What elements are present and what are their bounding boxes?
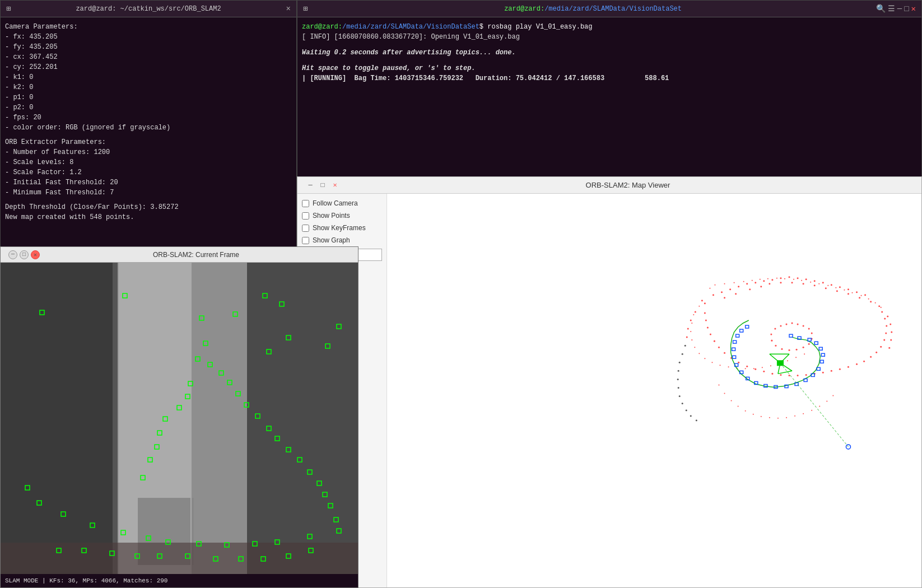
follow-camera-row: Follow Camera <box>302 199 382 207</box>
svg-point-135 <box>718 347 720 348</box>
svg-point-132 <box>738 362 739 363</box>
svg-point-138 <box>707 327 709 329</box>
terminal-line: - color order: RGB (ignored if grayscale… <box>5 123 292 133</box>
svg-point-84 <box>839 286 841 288</box>
svg-point-79 <box>797 277 799 279</box>
show-keyframes-checkbox[interactable] <box>302 225 309 232</box>
current-frame-close[interactable]: ✕ <box>31 250 40 259</box>
svg-point-96 <box>749 288 751 290</box>
svg-point-81 <box>814 280 816 282</box>
terminal-line: - Scale Factor: 1.2 <box>5 167 292 178</box>
show-points-label[interactable]: Show Points <box>313 212 350 220</box>
svg-point-131 <box>746 366 748 367</box>
svg-point-187 <box>832 395 833 396</box>
svg-point-171 <box>696 419 697 421</box>
svg-point-185 <box>819 406 820 407</box>
terminal-line: - Number of Features: 1200 <box>5 147 292 157</box>
terminal-line: - fy: 435.205 <box>5 42 292 52</box>
svg-point-73 <box>746 283 748 284</box>
svg-point-197 <box>808 343 810 345</box>
terminal-line: ORB Extractor Parameters: <box>5 137 292 147</box>
svg-point-102 <box>814 284 816 286</box>
svg-point-139 <box>705 319 707 321</box>
svg-point-83 <box>831 284 832 286</box>
terminal-left-icon: ⊞ <box>6 4 11 13</box>
terminal-line: - p2: 0 <box>5 102 292 113</box>
svg-point-87 <box>864 294 866 296</box>
current-frame-maximize[interactable]: □ <box>20 250 29 259</box>
svg-point-172 <box>718 384 719 385</box>
terminal-line: - Scale Levels: 8 <box>5 157 292 167</box>
terminal-line: - k2: 0 <box>5 82 292 92</box>
follow-camera-checkbox[interactable] <box>302 200 309 207</box>
terminal-line: Hit space to toggle paused, or 's' to st… <box>302 63 917 73</box>
svg-point-176 <box>745 410 746 412</box>
svg-point-166 <box>678 387 679 389</box>
svg-point-202 <box>775 345 776 347</box>
terminal-right-menu[interactable]: ☰ <box>888 4 895 13</box>
svg-point-192 <box>797 323 799 325</box>
svg-point-127 <box>780 374 781 376</box>
show-keyframes-row: Show KeyFrames <box>302 224 382 232</box>
svg-rect-4 <box>247 263 358 574</box>
svg-rect-68 <box>387 194 921 587</box>
show-points-checkbox[interactable] <box>302 212 309 220</box>
terminal-line: Depth Threshold (Close/Far Points): 3.85… <box>5 202 292 212</box>
svg-point-228 <box>890 323 891 325</box>
svg-point-189 <box>780 325 781 327</box>
show-graph-checkbox[interactable] <box>302 237 309 244</box>
terminal-right-prompt-path: /media/zard/SLAMData/VisionDataSet <box>544 5 682 13</box>
terminal-line: - fps: 20 <box>5 113 292 123</box>
svg-point-150 <box>719 365 720 366</box>
svg-point-141 <box>699 306 700 307</box>
map-viewer-close[interactable]: ✕ <box>330 180 340 190</box>
svg-point-173 <box>724 393 725 394</box>
camera-frame-content: SLAM MODE | KFs: 36, MPs: 4066, Matches:… <box>1 263 358 587</box>
svg-point-105 <box>848 293 849 295</box>
svg-point-77 <box>780 277 781 279</box>
svg-point-154 <box>753 368 755 369</box>
svg-point-225 <box>875 302 876 304</box>
terminal-line: - p1: 0 <box>5 92 292 102</box>
terminal-right-close[interactable]: ✕ <box>911 4 916 13</box>
svg-point-201 <box>781 348 783 350</box>
terminal-line: Camera Parameters: <box>5 22 292 32</box>
svg-point-168 <box>682 403 683 404</box>
svg-point-231 <box>888 347 890 349</box>
show-graph-label[interactable]: Show Graph <box>313 236 350 244</box>
show-keyframes-label[interactable]: Show KeyFrames <box>313 224 366 232</box>
svg-point-161 <box>684 345 686 347</box>
show-graph-row: Show Graph <box>302 236 382 244</box>
svg-point-177 <box>753 414 754 415</box>
svg-point-149 <box>711 362 713 363</box>
svg-point-130 <box>755 368 756 370</box>
svg-point-99 <box>780 282 781 283</box>
svg-point-180 <box>777 418 779 419</box>
terminal-right-maximize[interactable]: □ <box>904 4 909 13</box>
terminal-line: - cx: 367.452 <box>5 52 292 62</box>
svg-point-107 <box>870 301 872 302</box>
svg-point-116 <box>870 356 872 358</box>
svg-point-230 <box>890 339 892 341</box>
svg-point-160 <box>804 353 805 354</box>
follow-camera-label[interactable]: Follow Camera <box>313 199 358 207</box>
svg-point-212 <box>767 278 769 279</box>
map-viewer-minimize[interactable]: ─ <box>305 180 315 190</box>
svg-point-94 <box>724 297 725 298</box>
terminal-left-close[interactable]: × <box>286 4 291 13</box>
terminal-right-content: zard@zard:/media/zard/SLAMData/VisionDat… <box>297 17 921 179</box>
terminal-right-search[interactable]: 🔍 <box>876 4 886 13</box>
map-viewer-maximize[interactable]: □ <box>318 180 328 190</box>
svg-point-183 <box>803 413 804 414</box>
terminal-line: - Minimum Fast Threshold: 7 <box>5 188 292 198</box>
svg-point-146 <box>694 347 695 348</box>
svg-point-229 <box>891 332 892 333</box>
current-frame-minimize[interactable]: ─ <box>8 250 17 259</box>
show-points-row: Show Points <box>302 212 382 220</box>
svg-point-91 <box>687 328 689 330</box>
svg-point-74 <box>755 282 756 283</box>
slam-status: SLAM MODE | KFs: 36, MPs: 4066, Matches:… <box>5 577 167 584</box>
terminal-right-minimize[interactable]: ─ <box>897 4 902 13</box>
terminal-line: Waiting 0.2 seconds after advertising to… <box>302 48 917 58</box>
svg-point-227 <box>887 315 888 317</box>
